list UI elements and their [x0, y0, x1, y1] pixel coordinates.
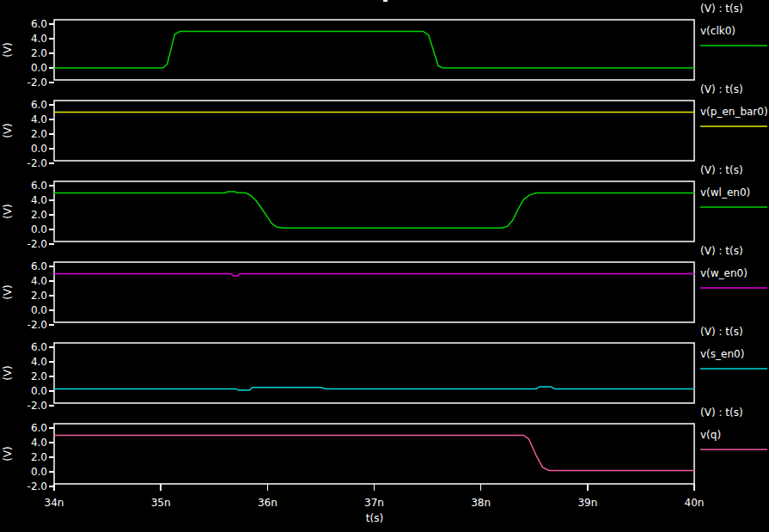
- legend-signal-name[interactable]: v(wl_en0): [700, 187, 750, 199]
- y-tick-label: 4.0: [31, 113, 47, 125]
- legend-axes-header: (V) : t(s): [700, 83, 743, 95]
- y-tick-label: 6.0: [31, 99, 47, 111]
- legend-signal-name[interactable]: v(clk0): [700, 25, 735, 37]
- x-tick-label: 35n: [151, 497, 171, 509]
- y-tick-label: -2.0: [27, 319, 47, 331]
- y-tick-label: 6.0: [31, 180, 47, 192]
- legend-axes-header: (V) : t(s): [700, 3, 743, 15]
- x-axis-title: t(s): [366, 512, 383, 524]
- legend-signal-name[interactable]: v(q): [700, 429, 721, 441]
- y-tick-label: 6.0: [31, 18, 47, 30]
- waveform-plot-svg: 6.04.02.00.0-2.0(V)(V) : t(s)v(clk0)6.04…: [0, 0, 769, 532]
- y-tick-label: 0.0: [31, 466, 47, 478]
- y-tick-label: 2.0: [31, 370, 47, 382]
- y-tick-label: 4.0: [31, 33, 47, 45]
- y-tick-label: 0.0: [31, 385, 47, 397]
- y-tick-label: 6.0: [31, 422, 47, 434]
- y-axis-unit-label: (V): [2, 123, 14, 138]
- y-tick-label: 6.0: [31, 260, 47, 272]
- x-tick-label: 34n: [45, 497, 64, 509]
- y-tick-label: -2.0: [27, 400, 47, 412]
- y-tick-label: 2.0: [31, 128, 47, 140]
- clipped-title-artifact: [383, 0, 388, 2]
- y-tick-label: -2.0: [27, 76, 47, 89]
- y-tick-label: -2.0: [27, 157, 47, 169]
- y-axis-unit-label: (V): [2, 365, 14, 381]
- y-axis-unit-label: (V): [2, 284, 14, 300]
- y-tick-label: 0.0: [31, 304, 47, 316]
- legend-signal-name[interactable]: v(p_en_bar0): [700, 106, 768, 118]
- y-axis-unit-label: (V): [2, 446, 14, 462]
- y-tick-label: -2.0: [27, 480, 47, 492]
- y-tick-label: 2.0: [31, 209, 47, 221]
- x-tick-label: 36n: [258, 497, 278, 509]
- y-tick-label: 0.0: [31, 223, 47, 235]
- y-tick-label: 2.0: [31, 47, 47, 59]
- legend-axes-header: (V) : t(s): [700, 245, 743, 257]
- legend-axes-header: (V) : t(s): [700, 326, 743, 338]
- y-tick-label: 0.0: [31, 143, 47, 155]
- legend-axes-header: (V) : t(s): [700, 164, 743, 176]
- y-axis-unit-label: (V): [2, 42, 14, 58]
- y-tick-label: 4.0: [31, 194, 47, 206]
- x-tick-label: 39n: [577, 497, 597, 509]
- x-tick-label: 37n: [364, 497, 384, 509]
- y-tick-label: 2.0: [31, 451, 47, 463]
- y-tick-label: 6.0: [31, 341, 47, 353]
- y-axis-unit-label: (V): [2, 204, 14, 219]
- legend-signal-name[interactable]: v(s_en0): [700, 348, 744, 360]
- y-tick-label: 4.0: [31, 356, 47, 368]
- waveform-viewer: 6.04.02.00.0-2.0(V)(V) : t(s)v(clk0)6.04…: [0, 0, 769, 532]
- y-tick-label: 2.0: [31, 290, 47, 302]
- y-tick-label: 4.0: [31, 437, 47, 449]
- legend-signal-name[interactable]: v(w_en0): [700, 267, 748, 279]
- x-tick-label: 40n: [685, 497, 705, 509]
- y-tick-label: 0.0: [31, 62, 47, 74]
- x-tick-label: 38n: [471, 497, 491, 509]
- y-tick-label: -2.0: [27, 238, 47, 250]
- y-tick-label: 4.0: [31, 275, 47, 287]
- legend-axes-header: (V) : t(s): [700, 407, 743, 419]
